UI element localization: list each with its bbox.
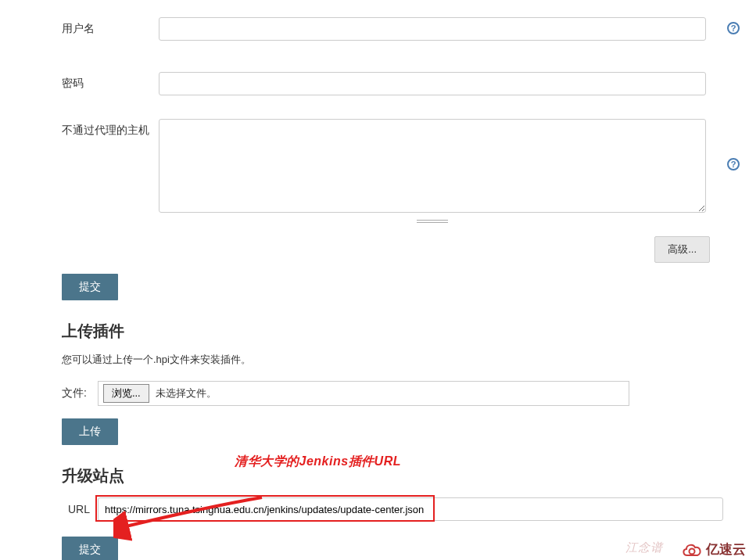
help-icon[interactable]: ? [727, 158, 740, 171]
upload-button[interactable]: 上传 [62, 418, 118, 445]
advanced-button[interactable]: 高级... [654, 236, 710, 263]
watermark-author: 江念谱 [625, 540, 663, 555]
noproxy-row: 不通过代理的主机 ? [0, 119, 749, 216]
username-row: 用户名 ? [0, 17, 749, 41]
upload-hint: 您可以通过上传一个.hpi文件来安装插件。 [62, 353, 749, 367]
update-site-heading: 升级站点 [62, 465, 749, 486]
password-row: 密码 [0, 72, 749, 95]
help-icon[interactable]: ? [727, 22, 740, 34]
noproxy-input-wrap: ? [159, 119, 718, 216]
svg-point-1 [690, 548, 695, 554]
username-label: 用户名 [62, 17, 159, 36]
resize-grip[interactable] [159, 219, 706, 224]
url-row: URL [62, 497, 710, 521]
username-input[interactable] [159, 17, 706, 41]
url-label: URL [62, 503, 98, 515]
proxy-submit-button[interactable]: 提交 [62, 274, 118, 300]
password-label: 密码 [62, 72, 159, 91]
password-input-wrap [159, 72, 718, 95]
annotation-text: 清华大学的Jenkins插件URL [235, 454, 401, 470]
username-input-wrap: ? [159, 17, 718, 41]
file-status: 未选择文件。 [156, 386, 217, 400]
browse-button[interactable]: 浏览... [103, 384, 149, 403]
noproxy-textarea[interactable] [159, 119, 706, 213]
file-row: 文件: 浏览... 未选择文件。 [62, 381, 749, 406]
advanced-row: 高级... [0, 236, 749, 263]
watermark-brand: 亿速云 [681, 540, 746, 558]
url-input[interactable] [98, 497, 723, 521]
upload-heading: 上传插件 [62, 321, 749, 342]
file-label: 文件: [62, 386, 87, 400]
update-site-submit-button[interactable]: 提交 [62, 537, 118, 560]
cloud-logo-icon [681, 541, 703, 558]
url-input-wrap [98, 497, 723, 521]
password-input[interactable] [159, 72, 706, 95]
grip-icon [417, 220, 448, 223]
noproxy-label: 不通过代理的主机 [62, 119, 159, 138]
watermark-brand-text: 亿速云 [706, 540, 746, 558]
file-picker[interactable]: 浏览... 未选择文件。 [98, 381, 629, 406]
